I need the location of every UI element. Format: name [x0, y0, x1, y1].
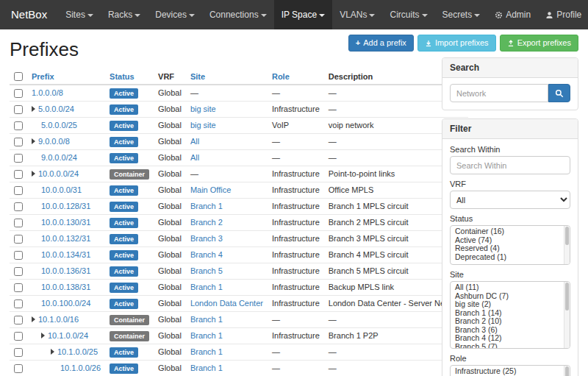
prefix-link[interactable]: 10.0.0.130/31: [41, 218, 90, 227]
listbox-option[interactable]: Active (74): [451, 236, 570, 245]
row-checkbox[interactable]: [14, 283, 23, 292]
row-checkbox[interactable]: [14, 202, 23, 211]
site-link[interactable]: Branch 1: [190, 283, 223, 291]
row-checkbox[interactable]: [14, 121, 23, 130]
nav-item-connections[interactable]: Connections: [202, 0, 274, 29]
column-header-role[interactable]: Role: [272, 72, 290, 81]
listbox-option[interactable]: Branch 4 (12): [451, 334, 570, 343]
nav-item-secrets[interactable]: Secrets: [435, 0, 488, 29]
prefix-link[interactable]: 9.0.0.0/8: [38, 137, 70, 146]
select-all-checkbox[interactable]: [14, 72, 23, 81]
site-link[interactable]: Main Office: [190, 185, 231, 194]
add-prefix-button[interactable]: + Add a prefix: [348, 35, 414, 52]
vrf-select[interactable]: All: [450, 191, 570, 209]
nav-item-ip-space[interactable]: IP Space: [274, 0, 332, 29]
listbox-option[interactable]: Deprecated (1): [451, 253, 570, 262]
nav-item-sites[interactable]: Sites: [58, 0, 101, 29]
search-input[interactable]: [450, 84, 548, 102]
prefix-link[interactable]: 10.0.0.138/31: [41, 283, 90, 291]
listbox-option[interactable]: Container (16): [451, 227, 570, 236]
prefix-link[interactable]: 5.0.0.0/25: [41, 121, 77, 130]
prefix-link[interactable]: 10.1.0.0/24: [48, 331, 88, 340]
prefix-link[interactable]: 10.0.100.0/24: [41, 299, 90, 308]
row-checkbox[interactable]: [14, 105, 23, 114]
listbox-option[interactable]: Branch 2 (10): [451, 317, 570, 326]
row-checkbox[interactable]: [14, 170, 23, 179]
row-checkbox[interactable]: [14, 186, 23, 195]
expand-caret-icon[interactable]: [32, 316, 35, 322]
nav-item-circuits[interactable]: Circuits: [382, 0, 434, 29]
nav-admin[interactable]: Admin: [487, 0, 538, 29]
expand-caret-icon[interactable]: [32, 171, 35, 177]
scrollbar[interactable]: [564, 226, 570, 264]
prefix-link[interactable]: 10.0.0.132/31: [41, 234, 90, 243]
column-header-prefix[interactable]: Prefix: [32, 72, 54, 81]
site-link[interactable]: All: [190, 137, 199, 146]
site-link[interactable]: Branch 4: [190, 250, 223, 259]
listbox-option[interactable]: Reserved (4): [451, 244, 570, 253]
nav-profile[interactable]: Profile: [538, 0, 588, 29]
column-header-site[interactable]: Site: [190, 72, 205, 81]
site-link[interactable]: London Data Center: [190, 299, 263, 308]
row-checkbox[interactable]: [14, 219, 23, 227]
column-header-status[interactable]: Status: [110, 72, 135, 81]
site-link[interactable]: Branch 3: [190, 234, 223, 243]
site-link[interactable]: Branch 1: [190, 202, 223, 210]
listbox-option[interactable]: Branch 3 (6): [451, 326, 570, 335]
row-checkbox[interactable]: [14, 332, 23, 341]
site-listbox[interactable]: All (11)Ashburn DC (7)big site (2)Branch…: [450, 281, 570, 349]
row-checkbox[interactable]: [14, 316, 23, 324]
prefix-link[interactable]: 10.0.0.136/31: [41, 266, 90, 275]
site-link[interactable]: Branch 1: [190, 363, 223, 372]
row-checkbox[interactable]: [14, 154, 23, 163]
prefix-link[interactable]: 9.0.0.0/24: [41, 153, 77, 162]
row-checkbox[interactable]: [14, 299, 23, 308]
prefix-link[interactable]: 10.0.0.134/31: [41, 250, 90, 259]
prefix-link[interactable]: 5.0.0.0/24: [38, 104, 74, 113]
scrollbar[interactable]: [564, 366, 570, 376]
prefix-link[interactable]: 10.1.0.0/16: [38, 315, 79, 324]
row-checkbox[interactable]: [14, 235, 23, 244]
row-checkbox[interactable]: [14, 251, 23, 260]
role-listbox[interactable]: Infrastructure (25)Management (8)Private…: [450, 365, 570, 376]
search-within-input[interactable]: [450, 156, 570, 174]
row-checkbox[interactable]: [14, 267, 23, 276]
expand-caret-icon[interactable]: [32, 138, 35, 144]
site-link[interactable]: Branch 5: [190, 266, 223, 275]
listbox-option[interactable]: Branch 5 (7): [451, 343, 570, 350]
prefix-link[interactable]: 1.0.0.0/8: [32, 88, 63, 97]
search-button[interactable]: [548, 84, 570, 102]
listbox-option[interactable]: big site (2): [451, 300, 570, 309]
site-link[interactable]: All: [190, 153, 199, 162]
listbox-option[interactable]: Ashburn DC (7): [451, 292, 570, 301]
site-link[interactable]: big site: [190, 104, 216, 113]
prefix-link[interactable]: 10.0.0.0/24: [38, 169, 79, 178]
nav-item-racks[interactable]: Racks: [101, 0, 148, 29]
prefix-link[interactable]: 10.1.0.0/25: [57, 347, 98, 356]
expand-caret-icon[interactable]: [32, 106, 35, 112]
import-prefixes-button[interactable]: Import prefixes: [417, 35, 496, 52]
row-checkbox[interactable]: [14, 364, 23, 373]
nav-item-devices[interactable]: Devices: [148, 0, 202, 29]
listbox-option[interactable]: All (11): [451, 283, 570, 292]
expand-caret-icon[interactable]: [41, 333, 45, 338]
row-checkbox[interactable]: [14, 138, 23, 146]
site-link[interactable]: Branch 1: [190, 315, 223, 324]
listbox-option[interactable]: Infrastructure (25): [451, 367, 570, 376]
site-link[interactable]: Branch 2: [190, 218, 223, 227]
site-link[interactable]: Branch 1: [190, 331, 223, 340]
status-listbox[interactable]: Container (16)Active (74)Reserved (4)Dep…: [450, 225, 570, 265]
row-checkbox[interactable]: [14, 89, 23, 98]
nav-item-vlans[interactable]: VLANs: [332, 0, 382, 29]
brand-logo[interactable]: NetBox: [0, 0, 58, 29]
row-checkbox[interactable]: [14, 348, 23, 357]
scrollbar[interactable]: [564, 282, 570, 348]
expand-caret-icon[interactable]: [51, 349, 54, 355]
listbox-option[interactable]: Branch 1 (14): [451, 309, 570, 318]
export-prefixes-button[interactable]: Export prefixes: [500, 35, 578, 52]
prefix-link[interactable]: 10.0.0.0/31: [41, 185, 82, 194]
site-link[interactable]: big site: [190, 121, 216, 130]
prefix-link[interactable]: 10.1.0.0/26: [60, 363, 101, 372]
prefix-link[interactable]: 10.0.0.128/31: [41, 202, 90, 210]
site-link[interactable]: Branch 1: [190, 347, 223, 356]
